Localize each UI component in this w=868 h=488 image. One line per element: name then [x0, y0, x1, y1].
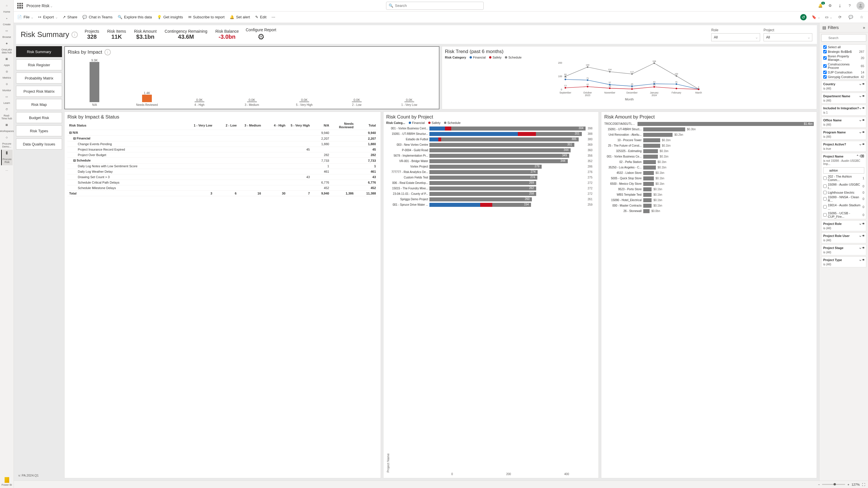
project-bar[interactable]: Estadio de Futbol305380	[391, 136, 596, 142]
trend-line-chart[interactable]: 0100200991691341171981024767137254341132…	[445, 60, 814, 98]
search-input[interactable]	[395, 3, 481, 8]
filter-checkbox-row[interactable]: DJP Construction14	[822, 70, 866, 74]
amount-bar[interactable]: Unit Renovation - Akeliu...$0.2bn	[604, 132, 814, 137]
project-bar[interactable]: Spriggs Demo Project260261	[391, 197, 596, 202]
matrix-row[interactable]: ⊟ Financial2,2072,207	[67, 136, 378, 141]
impact-bar[interactable]: 0.0K2 - Low	[332, 98, 381, 106]
project-bar[interactable]: 23-04-11-01 - County of P...258272	[391, 191, 596, 197]
amount-bar[interactable]: 10 - Procore Tower$0.1bn	[604, 137, 814, 143]
project-bar[interactable]: Vortex Project279286	[391, 164, 596, 169]
filter-card-department-name[interactable]: Department Name⌵ ⌫is (All)	[821, 93, 866, 104]
gear-icon[interactable]: ⚙	[246, 32, 276, 42]
amount-bar[interactable]: 26 - Stonewall$0.0bn	[604, 208, 814, 214]
rail-metrics[interactable]: ◎Metrics	[1, 68, 12, 81]
get-insights-button[interactable]: 💡Get insights	[157, 15, 183, 19]
risk-matrix-table[interactable]: Risk Status1 - Very Low2 - Low3 - Medium…	[67, 121, 378, 196]
export-menu[interactable]: ↦Export	[38, 15, 57, 19]
filter-card-program-name[interactable]: Program Name⌵ ⌫is (All)	[821, 129, 866, 140]
project-bar[interactable]: Custom Fields Test274275	[391, 175, 596, 180]
project-bar[interactable]: 003 - New Vortex Centre351369	[391, 142, 596, 148]
share-button[interactable]: ↗Share	[63, 15, 78, 19]
project-bar[interactable]: 15015 - The Foundry Mixe...262272	[391, 186, 596, 191]
filter-card-project-type[interactable]: Project Type⌵ ⌫is (All)	[821, 257, 866, 267]
nav-risk-register[interactable]: Risk Register	[16, 59, 62, 70]
matrix-row[interactable]: Drawing Set Count > 34343	[67, 174, 378, 180]
nav-risk-summary[interactable]: Risk Summary	[16, 46, 62, 57]
amount-bar[interactable]: 35250 - Los Angeles - C...$0.1bn	[604, 165, 814, 170]
impact-bar[interactable]: 9.9KN/A	[70, 59, 119, 106]
file-menu[interactable]: 📄File	[17, 15, 33, 19]
project-bar[interactable]: 006 - Real Estate Develop...269272	[391, 180, 596, 186]
project-bar[interactable]: 777777 - Risk Analytics De...274276	[391, 169, 596, 175]
matrix-row[interactable]: Schedule Milestone Delays452452	[67, 185, 378, 191]
filter-pane-header[interactable]: ▤ Filters »	[819, 23, 868, 32]
slicer-role-dropdown[interactable]: All	[711, 33, 760, 41]
amount-bar[interactable]: 001 - Vortex Business Ce...$0.1bn	[604, 154, 814, 159]
filter-card-project-role[interactable]: Project Role⌵ ⌫is (All)	[821, 220, 866, 231]
filter-search-input[interactable]	[821, 34, 866, 42]
filter-checkbox-row[interactable]: Construcciones Procore65	[822, 62, 866, 70]
rail-browse[interactable]: ▭Browse	[1, 28, 12, 40]
chat-teams-button[interactable]: 💬Chat in Teams	[82, 15, 113, 19]
impact-bar[interactable]: 0.0K3 - Medium	[227, 98, 276, 106]
rail-learn[interactable]: ▭Learn	[1, 94, 12, 106]
filter-checkbox-row[interactable]: 15095 - UCSB - CUP_Fire...0	[822, 211, 866, 219]
project-bar[interactable]: 15091 - UT-RBRH Structur...201388	[391, 131, 596, 136]
zoom-out[interactable]: −	[818, 483, 820, 486]
rail-apps[interactable]: ▦Apps	[1, 56, 12, 68]
slicer-project-dropdown[interactable]: All	[764, 33, 812, 41]
subscribe-button[interactable]: ✉Subscribe to report	[188, 15, 225, 19]
filter-card-project-active-[interactable]: Project Active?⌵ ⌫is true	[821, 141, 866, 152]
reset-icon[interactable]: ↺	[800, 14, 807, 20]
favorite-star-icon[interactable]: ☆	[859, 14, 865, 20]
view-mode-icon[interactable]: ▭	[825, 15, 832, 19]
notifications-icon[interactable]: 🔔1	[817, 3, 823, 9]
project-bar[interactable]: 001 - Vortex Business Cent...304398	[391, 126, 596, 131]
rail-workspaces[interactable]: ▦Workspaces	[1, 122, 12, 134]
impact-bar[interactable]: 0.0K5 - Very High	[280, 98, 329, 106]
rail-monitor[interactable]: ⊙Monitor	[1, 81, 12, 94]
amount-bar[interactable]: 15090 - Hotel_Electrical$0.1bn	[604, 197, 814, 203]
filter-card-included-in-integration-[interactable]: Included In Integration?⌵ ⌫is 1	[821, 105, 866, 116]
impact-bar[interactable]: 1.4KNeeds Reviewed	[123, 91, 172, 106]
nav-risk-map[interactable]: Risk Map	[16, 99, 62, 110]
amount-bar[interactable]: 4532 - Lisbon Store$0.1bn	[604, 170, 814, 175]
filter-checkbox-row[interactable]: 19014 - Austin Stadium ...0	[822, 203, 866, 211]
nav-data-quality-issues[interactable]: Data Quality Issues	[16, 138, 62, 150]
info-icon[interactable]: i	[104, 49, 111, 55]
amount-bar[interactable]: 02 - Peña Station$0.1bn	[604, 159, 814, 165]
amount-bar[interactable]: 25 - The Future of Const...$0.1bn	[604, 143, 814, 148]
project-bar[interactable]: 5678 - Implementation Pr...349356	[391, 153, 596, 158]
matrix-row[interactable]: Project Over Budget282282	[67, 152, 378, 158]
impact-bar[interactable]: 0.0K4 - High	[175, 98, 224, 106]
nav-project-risk-matrix[interactable]: Project Risk Matrix	[16, 86, 62, 97]
help-icon[interactable]: ?	[847, 3, 852, 9]
rail-real-time-hub[interactable]: ⏱Real-Time hub	[1, 106, 12, 122]
filter-checkbox-row[interactable]: Select all	[822, 45, 866, 50]
filter-card-project-role-user[interactable]: Project Role User⌵ ⌫is (All)	[821, 232, 866, 243]
matrix-row[interactable]: ⊟ N/A9,9409,940	[67, 130, 378, 136]
amount-bar[interactable]: 5005 - Quick Stop Store$0.1bn	[604, 175, 814, 181]
filter-checkbox-row[interactable]: Ginnypig Construction42	[822, 74, 866, 79]
bookmark-icon[interactable]: 🔖	[812, 15, 820, 19]
amount-bar[interactable]: TROC/2007/A/001/TLEL ...$1.4bn	[604, 121, 814, 127]
matrix-row[interactable]: Project Insurance Record Expired4545	[67, 147, 378, 152]
rail-more[interactable]: ⋯	[1, 167, 12, 177]
project-bar[interactable]: P-0004 - Guild Road344360	[391, 148, 596, 153]
edit-button[interactable]: ✎Edit	[255, 15, 267, 19]
more-options[interactable]: ⋯	[272, 15, 275, 19]
explore-data-button[interactable]: 🔍Explore this data	[118, 15, 152, 19]
amount-bar[interactable]: 6500 - Mexico City Store$0.1bn	[604, 181, 814, 187]
matrix-row[interactable]: Schedule Critical Path Delays6,7766,776	[67, 180, 378, 185]
matrix-row[interactable]: Change Events Pending1,8801,880	[67, 141, 378, 147]
filter-checkbox-row[interactable]: $trategic Bo$$e$287	[822, 50, 866, 54]
filter-card-project-stage[interactable]: Project Stage⌵ ⌫is (All)	[821, 245, 866, 255]
rail-powerbi[interactable]: Power BI	[1, 476, 12, 488]
project-name-search-input[interactable]	[823, 167, 864, 173]
comment-icon[interactable]: 💬	[848, 14, 854, 20]
info-icon[interactable]: i	[71, 32, 78, 38]
project-bar[interactable]: 001 - Spruce Drive Water ...154259	[391, 202, 596, 207]
impact-bar[interactable]: 0.0K1 - Very Low	[384, 98, 434, 106]
filter-checkbox-row[interactable]: Lighthouse Electric0	[822, 190, 866, 195]
nav-risk-types[interactable]: Risk Types	[16, 125, 62, 136]
